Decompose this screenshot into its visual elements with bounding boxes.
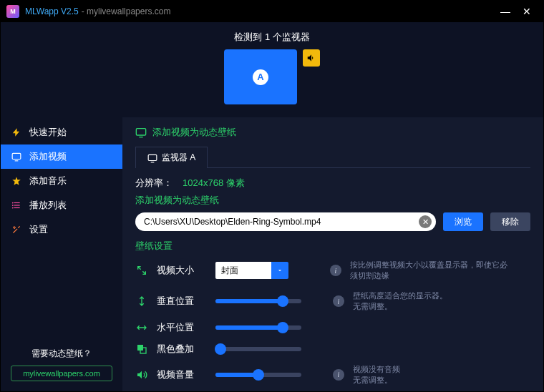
sidebar-item-label: 添加音乐 bbox=[29, 175, 67, 187]
sidebar: 快速开始 添加视频 添加音乐 播放列表 设置 需要动态壁纸？ mylivewa bbox=[1, 117, 122, 391]
app-subtitle: - mylivewallpapers.com bbox=[82, 6, 171, 16]
video-size-select[interactable]: 封面 bbox=[215, 262, 288, 279]
promo-question: 需要动态壁纸？ bbox=[11, 348, 112, 360]
app-window: M MLWapp V2.5 - mylivewallpapers.com — ✕… bbox=[0, 0, 544, 392]
resize-icon bbox=[135, 265, 148, 276]
sidebar-item-label: 设置 bbox=[29, 223, 48, 236]
svg-point-7 bbox=[12, 207, 14, 209]
section-title: 添加视频为动态壁纸 bbox=[135, 126, 530, 139]
select-value: 封面 bbox=[215, 262, 271, 279]
monitor-icon bbox=[11, 151, 22, 162]
sidebar-item-label: 播放列表 bbox=[29, 199, 67, 212]
vertical-position-slider[interactable] bbox=[215, 299, 301, 303]
svg-rect-10 bbox=[148, 155, 157, 160]
black-overlay-slider[interactable] bbox=[215, 347, 301, 351]
sub-title: 添加视频为动态壁纸 bbox=[135, 194, 530, 207]
tab-monitor-a[interactable]: 监视器 A bbox=[135, 147, 208, 168]
monitor-a-tile[interactable]: A bbox=[224, 49, 297, 104]
chevron-down-icon[interactable] bbox=[271, 262, 288, 279]
svg-point-5 bbox=[12, 202, 14, 204]
overlay-icon bbox=[135, 343, 148, 355]
setting-label: 垂直位置 bbox=[157, 295, 207, 308]
setting-black-overlay: 黑色叠加 bbox=[135, 343, 530, 356]
svg-rect-0 bbox=[12, 153, 21, 159]
remove-button[interactable]: 移除 bbox=[490, 212, 530, 231]
tabs: 监视器 A bbox=[135, 146, 530, 168]
sidebar-item-label: 添加视频 bbox=[29, 150, 67, 163]
setting-label: 视频音量 bbox=[157, 368, 207, 381]
minimize-button[interactable]: — bbox=[495, 6, 516, 17]
setting-horizontal-position: 水平位置 bbox=[135, 321, 530, 334]
setting-label: 视频大小 bbox=[157, 264, 207, 277]
playlist-icon bbox=[11, 200, 22, 211]
resolution-value: 1024x768 像素 bbox=[183, 177, 245, 190]
setting-hint: 按比例调整视频大小以覆盖显示器，即使它必须切割边缘 bbox=[350, 260, 515, 282]
video-path-input[interactable] bbox=[135, 212, 436, 231]
promo-link[interactable]: mylivewallpapers.com bbox=[11, 366, 112, 381]
close-button[interactable]: ✕ bbox=[516, 6, 538, 17]
speaker-icon bbox=[306, 53, 316, 63]
sidebar-item-addvideo[interactable]: 添加视频 bbox=[1, 144, 122, 169]
wallpaper-settings-title: 壁纸设置 bbox=[135, 240, 530, 253]
monitor-icon bbox=[147, 153, 157, 163]
content-panel: 添加视频为动态壁纸 监视器 A 分辨率： 1024x768 像素 添加视频为动态… bbox=[122, 117, 543, 391]
sidebar-item-quickstart[interactable]: 快速开始 bbox=[1, 120, 122, 144]
monitor-letter: A bbox=[253, 69, 268, 85]
vertical-arrows-icon bbox=[135, 295, 148, 307]
setting-vertical-position: 垂直位置 i 壁纸高度适合您的显示器。 无需调整。 bbox=[135, 290, 530, 313]
setting-label: 黑色叠加 bbox=[157, 343, 207, 356]
setting-label: 水平位置 bbox=[157, 321, 207, 334]
sidebar-item-label: 快速开始 bbox=[29, 126, 67, 139]
tab-label: 监视器 A bbox=[162, 152, 195, 164]
sound-button[interactable] bbox=[303, 49, 320, 67]
sidebar-item-addmusic[interactable]: 添加音乐 bbox=[1, 169, 122, 193]
monitor-preview: 检测到 1 个监视器 A bbox=[1, 22, 543, 117]
app-logo-icon: M bbox=[6, 5, 19, 18]
video-volume-slider[interactable] bbox=[215, 373, 301, 377]
info-icon[interactable]: i bbox=[330, 265, 341, 276]
monitor-icon bbox=[135, 127, 147, 138]
promo-box: 需要动态壁纸？ mylivewallpapers.com bbox=[1, 348, 122, 391]
sidebar-item-settings[interactable]: 设置 bbox=[1, 217, 122, 242]
info-icon[interactable]: i bbox=[333, 295, 344, 307]
setting-video-volume: 视频音量 i 视频没有音频 无需调整。 bbox=[135, 364, 530, 386]
browse-button[interactable]: 浏览 bbox=[443, 212, 483, 231]
monitor-detected-label: 检测到 1 个监视器 bbox=[1, 31, 543, 44]
horizontal-position-slider[interactable] bbox=[215, 325, 301, 330]
svg-rect-8 bbox=[136, 129, 145, 135]
clear-path-button[interactable]: ✕ bbox=[419, 215, 432, 228]
titlebar: M MLWapp V2.5 - mylivewallpapers.com — ✕ bbox=[1, 1, 543, 22]
tools-icon bbox=[11, 224, 22, 235]
resolution-label: 分辨率： bbox=[135, 177, 173, 190]
setting-video-size: 视频大小 封面 i 按比例调整视频大小以覆盖显示器，即使它必须切割边缘 bbox=[135, 260, 530, 282]
svg-point-6 bbox=[12, 205, 14, 206]
lightning-icon bbox=[11, 127, 22, 138]
setting-hint: 视频没有音频 无需调整。 bbox=[353, 364, 400, 386]
sidebar-item-playlist[interactable]: 播放列表 bbox=[1, 193, 122, 217]
volume-icon bbox=[135, 369, 148, 381]
horizontal-arrows-icon bbox=[135, 322, 148, 333]
info-icon[interactable]: i bbox=[333, 369, 344, 381]
setting-hint: 壁纸高度适合您的显示器。 无需调整。 bbox=[353, 290, 447, 313]
app-title: MLWapp V2.5 bbox=[25, 6, 79, 16]
star-icon bbox=[11, 175, 22, 187]
